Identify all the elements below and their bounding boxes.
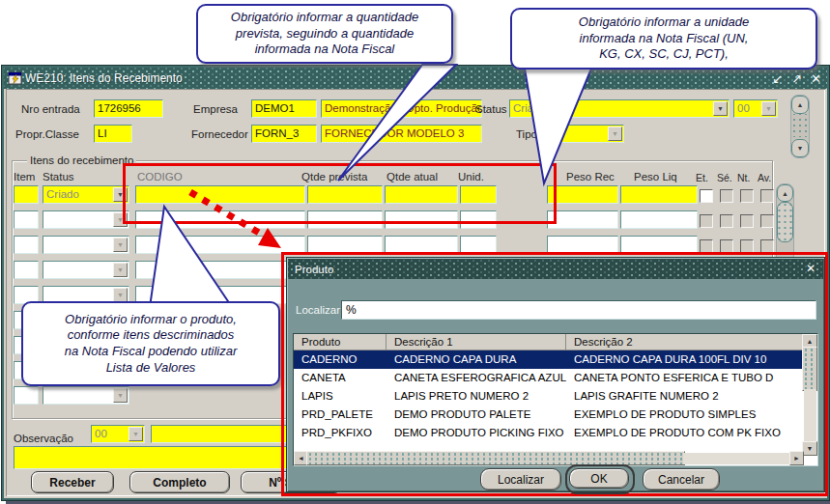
- nt-checkbox[interactable]: [740, 214, 754, 228]
- tipo-combo[interactable]: LI ▼: [545, 125, 624, 143]
- peso-liq-field[interactable]: [620, 210, 698, 229]
- nro-entrada-field[interactable]: 1726956: [94, 99, 163, 118]
- scroll-up-icon[interactable]: ▲: [777, 184, 793, 202]
- item-field[interactable]: [14, 210, 39, 229]
- codigo-field[interactable]: [135, 185, 305, 204]
- status-cell-combo[interactable]: Criado ▼: [43, 185, 129, 204]
- et-checkbox[interactable]: [700, 239, 713, 253]
- row-status-dropdown-icon: ▼: [113, 238, 128, 252]
- scroll-right-icon[interactable]: ►: [789, 451, 804, 465]
- item-field[interactable]: [14, 261, 39, 279]
- status-combo[interactable]: Criado ▼: [509, 99, 730, 118]
- propr-classe-label: Propr.Classe: [15, 128, 79, 140]
- dialog-localizar-button[interactable]: Localizar: [480, 468, 561, 490]
- se-checkbox[interactable]: [720, 239, 733, 253]
- peso-rec-field[interactable]: [547, 210, 618, 229]
- list-row[interactable]: LAPIS LAPIS PRETO NUMERO 2 LAPIS GRAFITE…: [294, 387, 804, 406]
- col-header-peso-rec: Peso Rec: [566, 171, 615, 182]
- col-header-qtde-prevista: Qtde prevista: [301, 171, 367, 182]
- scroll-down-icon[interactable]: ▼: [802, 441, 817, 456]
- status-dropdown-icon[interactable]: ▼: [713, 101, 728, 116]
- vscrollbar-track[interactable]: [804, 389, 816, 441]
- av-checkbox[interactable]: [760, 239, 774, 253]
- av-checkbox[interactable]: [760, 189, 774, 203]
- col-header-unid: Unid.: [458, 171, 484, 182]
- minimize-icon[interactable]: ↙: [772, 72, 783, 85]
- col-header-status: Status: [43, 171, 74, 182]
- dialog-cancelar-button[interactable]: Cancelar: [643, 468, 720, 490]
- empresa-field[interactable]: DEMO1: [251, 99, 317, 118]
- peso-rec-field[interactable]: [547, 236, 618, 254]
- produto-dialog: Produto ✕ Localizar % Produto Descrição …: [286, 257, 825, 492]
- dialog-close-icon[interactable]: ✕: [806, 262, 816, 275]
- restore-icon[interactable]: ↗: [791, 72, 802, 85]
- receber-button[interactable]: Receber: [31, 471, 114, 493]
- status-cell-combo[interactable]: ▼: [43, 261, 129, 279]
- produto-list: Produto Descrição 1 Descrição 2 CADERNO …: [293, 333, 818, 466]
- observacao-code-combo[interactable]: 00 ▼: [91, 425, 145, 443]
- window-titlebar[interactable]: WE210: Itens do Recebimento ↙ ↗ ✕: [4, 68, 827, 89]
- close-icon[interactable]: ✕: [811, 72, 821, 85]
- list-row[interactable]: CANETA CANETA ESFEROGRAFICA AZUL CANETA …: [294, 369, 804, 387]
- list-row[interactable]: PRD_PKFIXO DEMO PRODUTO PICKING FIXO EXE…: [294, 424, 804, 442]
- codigo-field[interactable]: [135, 236, 305, 254]
- status-cell-combo[interactable]: ▼: [43, 210, 129, 229]
- col-header-codigo: CODIGO: [137, 171, 183, 182]
- list-header-desc1[interactable]: Descrição 1: [386, 334, 566, 350]
- hscrollbar-track[interactable]: [683, 453, 791, 464]
- codigo-field[interactable]: [135, 210, 305, 229]
- qtde-prevista-field[interactable]: [307, 236, 383, 254]
- propr-classe-field[interactable]: LI: [94, 125, 132, 143]
- item-field[interactable]: [14, 236, 39, 254]
- row-status-dropdown-icon[interactable]: ▼: [113, 187, 128, 202]
- localizar-input[interactable]: %: [341, 300, 816, 320]
- list-row-selected[interactable]: CADERNO CADERNO CAPA DURA CADERNO CAPA D…: [294, 350, 804, 369]
- qtde-prevista-field[interactable]: [307, 185, 383, 204]
- localizar-label: Localizar: [296, 304, 340, 316]
- se-checkbox[interactable]: [720, 189, 733, 203]
- vscrollbar-thumb[interactable]: [802, 347, 817, 391]
- item-field[interactable]: [14, 185, 39, 204]
- et-checkbox[interactable]: [700, 214, 713, 228]
- nt-checkbox[interactable]: [740, 189, 754, 203]
- nt-checkbox[interactable]: [740, 239, 754, 253]
- scrollbar-grip[interactable]: [791, 114, 809, 137]
- status-cell-combo[interactable]: ▼: [43, 236, 129, 254]
- qtde-atual-field[interactable]: [385, 236, 458, 254]
- scroll-down-icon[interactable]: ▼: [791, 139, 809, 157]
- col-header-nt: Nt.: [737, 172, 750, 183]
- item-field[interactable]: [14, 386, 39, 405]
- scroll-up-icon[interactable]: ▲: [791, 96, 809, 114]
- unid-field[interactable]: [460, 236, 497, 254]
- av-checkbox[interactable]: [760, 214, 774, 228]
- dialog-ok-button[interactable]: OK: [569, 468, 629, 489]
- status-seq-combo[interactable]: 00 ▼: [733, 99, 778, 118]
- et-checkbox[interactable]: [700, 189, 713, 203]
- row-status-dropdown-icon: ▼: [113, 212, 128, 227]
- list-row[interactable]: PRD_PALETE DEMO PRODUTO PALETE EXEMPLO D…: [294, 406, 804, 424]
- list-header-produto[interactable]: Produto: [294, 334, 386, 350]
- unid-field[interactable]: [460, 185, 497, 204]
- unid-field[interactable]: [460, 210, 497, 229]
- scrollbar-thumb[interactable]: [777, 202, 793, 242]
- hscrollbar-thumb[interactable]: [306, 451, 685, 465]
- fornecedor-field[interactable]: FORN_3: [251, 125, 317, 143]
- codigo-field[interactable]: [135, 261, 305, 279]
- peso-liq-field[interactable]: [620, 236, 698, 254]
- peso-liq-field[interactable]: [620, 185, 698, 204]
- completo-button[interactable]: Completo: [129, 471, 230, 493]
- list-header-desc2[interactable]: Descrição 2: [566, 334, 804, 350]
- row-status-dropdown-icon: ▼: [113, 388, 128, 403]
- record-scrollbar[interactable]: ▲ ▼: [790, 95, 810, 158]
- qtde-atual-field[interactable]: [385, 185, 458, 204]
- se-checkbox[interactable]: [720, 214, 733, 228]
- observacao-dropdown-icon: ▼: [129, 427, 143, 441]
- qtde-atual-field[interactable]: [385, 210, 458, 229]
- qtde-prevista-field[interactable]: [307, 210, 383, 229]
- status-seq-dropdown-icon: ▼: [761, 101, 776, 116]
- peso-rec-field[interactable]: [547, 185, 618, 204]
- produto-dialog-titlebar[interactable]: Produto ✕: [288, 259, 823, 279]
- tipo-label: Tipo: [516, 128, 537, 140]
- status-cell-combo[interactable]: ▼: [43, 386, 129, 405]
- col-header-peso-liq: Peso Liq: [634, 171, 677, 182]
